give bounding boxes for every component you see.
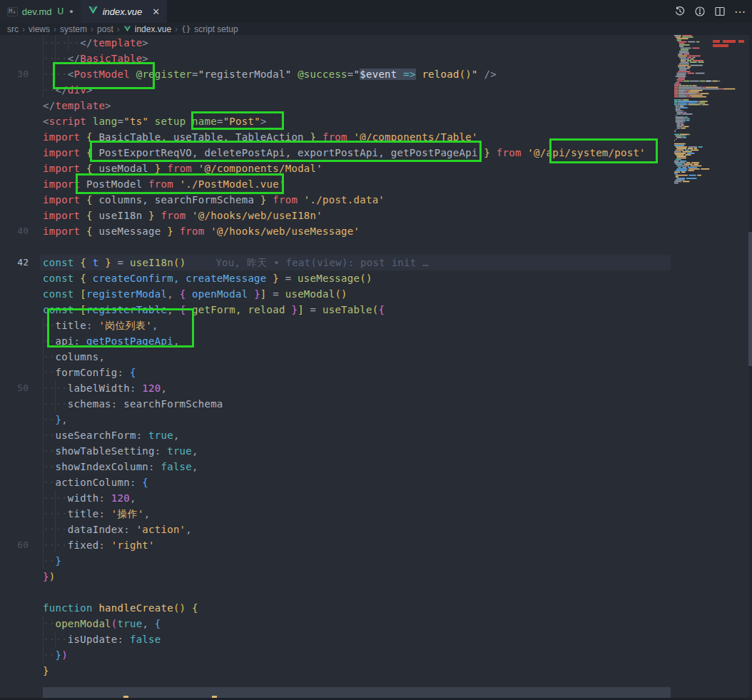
gutter-line-number: [0, 270, 29, 286]
breadcrumb: src › views › system › post › index.vue …: [0, 23, 752, 35]
gutter-line-number: [0, 396, 29, 412]
gutter-line-number: [0, 631, 29, 647]
code-line[interactable]: ··openModal(true, {: [43, 616, 161, 631]
code-line[interactable]: }: [43, 663, 49, 679]
gutter-line-number: [0, 427, 29, 443]
code-line[interactable]: </template>: [43, 98, 111, 113]
chevron-right-icon: ›: [175, 24, 178, 34]
code-line[interactable]: ··columns,: [43, 349, 105, 365]
breadcrumb-item-system[interactable]: system: [60, 24, 87, 34]
minimap[interactable]: [673, 35, 751, 700]
scrollbar-track[interactable]: [749, 35, 752, 700]
tab-index-vue[interactable]: index.vue ✕: [81, 0, 168, 23]
gutter-line-number: [0, 616, 29, 631]
gutter-line-number: [0, 679, 29, 694]
gutter-line-number: 42: [0, 255, 29, 270]
chevron-right-icon: ›: [54, 24, 56, 34]
chevron-right-icon: ›: [91, 24, 93, 34]
code-line[interactable]: function handleCreate() {: [43, 600, 198, 616]
gutter-line-number: [0, 98, 29, 113]
markdown-icon: M↓: [7, 7, 18, 16]
gutter-line-number: [0, 333, 29, 349]
code-line[interactable]: ··useSearchForm: true,: [43, 427, 180, 443]
code-line[interactable]: ····labelWidth: 120,: [43, 380, 167, 396]
annotation-box: [47, 308, 194, 348]
gutter-line-number: [0, 522, 29, 537]
code-line[interactable]: ··},: [43, 412, 68, 427]
tab-label: dev.md: [22, 6, 52, 17]
tab-dev-md[interactable]: M↓ dev.md U ●: [0, 0, 81, 23]
code-line[interactable]: ····fixed: 'right': [43, 537, 155, 553]
gutter-line-number: [0, 239, 29, 255]
chevron-right-icon: ›: [117, 24, 120, 34]
gutter-line-number: [0, 286, 29, 302]
code-line[interactable]: ··actionColumn: {: [43, 475, 148, 490]
gutter-line-number: [0, 129, 29, 145]
code-line[interactable]: import { useI18n } from '@/hooks/web/use…: [43, 208, 322, 223]
annotation-box: [191, 111, 284, 130]
split-editor-icon[interactable]: [714, 6, 726, 17]
code-line[interactable]: }): [43, 569, 55, 584]
gutter-line-number: 40: [0, 223, 29, 239]
code-line[interactable]: ··showIndexColumn: false,: [43, 459, 198, 475]
editor-actions: ⋯: [674, 0, 746, 23]
gutter-line-number: [0, 663, 29, 679]
modified-dot-icon[interactable]: ●: [69, 8, 73, 15]
gutter-line-number: [0, 600, 29, 616]
annotation-box: [53, 62, 155, 89]
breadcrumb-item-post[interactable]: post: [97, 24, 113, 34]
annotation-box: [90, 141, 482, 162]
code-line[interactable]: ··formConfig: {: [43, 365, 136, 380]
vscode-window: M↓ dev.md U ● index.vue ✕: [0, 0, 752, 700]
breadcrumb-item-views[interactable]: views: [29, 24, 50, 34]
code-line[interactable]: ··showTableSetting: true,: [43, 443, 198, 459]
gutter-line-number: [0, 82, 29, 98]
code-line[interactable]: ····dataIndex: 'action',: [43, 522, 192, 537]
close-icon[interactable]: ✕: [152, 6, 160, 17]
gutter-line-number: [0, 506, 29, 522]
code-line[interactable]: ······</template>: [43, 35, 148, 51]
scrollbar-thumb[interactable]: [748, 232, 752, 366]
code-line[interactable]: ··}: [43, 553, 61, 569]
code-line[interactable]: ··}): [43, 647, 68, 663]
code-line[interactable]: ····schemas: searchFormSchema: [43, 396, 223, 412]
code-line[interactable]: import { columns, searchFormSchema } fro…: [43, 192, 385, 208]
gutter-line-number: [0, 51, 29, 66]
history-icon[interactable]: [674, 6, 686, 17]
breadcrumb-item-src[interactable]: src: [7, 24, 19, 34]
gutter-line-number: [0, 365, 29, 380]
gutter-line-number: [0, 584, 29, 600]
gutter-line-number: [0, 113, 29, 129]
breadcrumb-item-file[interactable]: index.vue: [135, 24, 171, 34]
gutter-line-number: [0, 490, 29, 506]
gutter-line-number: [0, 192, 29, 208]
annotation-box: [549, 138, 658, 163]
more-actions-icon[interactable]: ⋯: [734, 5, 746, 19]
gutter-line-number: [0, 318, 29, 333]
gutter-line-number: [0, 412, 29, 427]
gutter-line-number: [0, 145, 29, 161]
code-line[interactable]: const { t } = useI18n()You, 昨天 • feat(vi…: [43, 255, 429, 270]
tab-bar: M↓ dev.md U ● index.vue ✕: [0, 0, 752, 23]
code-line[interactable]: import { useMessage } from '@/hooks/web/…: [43, 223, 360, 239]
partial-next-line: [43, 687, 671, 698]
breadcrumb-item-symbol[interactable]: script setup: [194, 24, 238, 34]
source-control-graph-icon[interactable]: [694, 6, 706, 17]
gutter-line-number: [0, 302, 29, 318]
gutter-line-number: [0, 459, 29, 475]
git-blame-annotation: You, 昨天 • feat(view): post init …: [215, 257, 429, 268]
symbol-module-icon: {}: [181, 24, 190, 34]
code-line[interactable]: ····isUpdate: false: [43, 631, 161, 647]
code-editor[interactable]: ······</template>····</BasicTable>30····…: [0, 35, 752, 700]
gutter-line-number: [0, 349, 29, 365]
code-line[interactable]: const [registerModal, { openModal }] = u…: [43, 286, 347, 302]
code-line[interactable]: ····title: '操作',: [43, 506, 151, 522]
code-line[interactable]: ····width: 120,: [43, 490, 136, 506]
gutter-line-number: 60: [0, 537, 29, 553]
git-status-badge: U: [58, 6, 64, 16]
gutter-line-number: [0, 161, 29, 176]
tab-label: index.vue: [103, 6, 143, 17]
gutter-line-number: [0, 208, 29, 223]
code-line[interactable]: const { createConfirm, createMessage } =…: [43, 270, 372, 286]
vue-icon: [123, 25, 131, 33]
